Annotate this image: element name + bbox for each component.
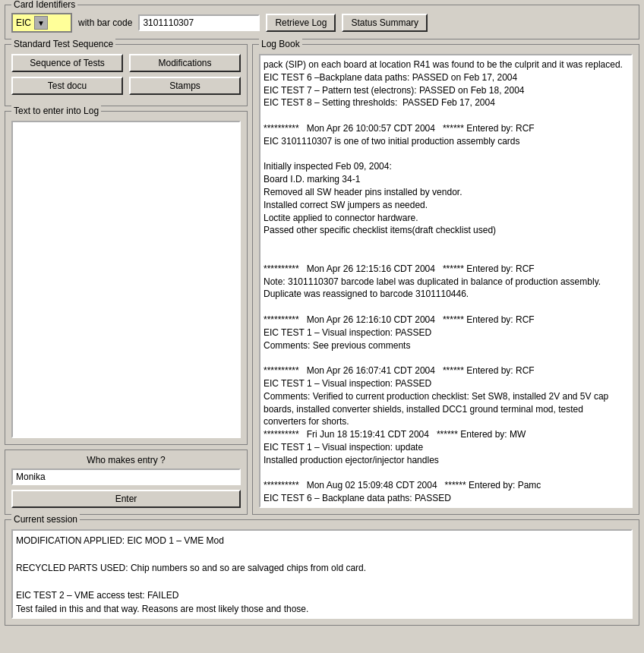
- eic-dropdown[interactable]: EIC ▼: [11, 13, 72, 33]
- enter-button[interactable]: Enter: [11, 490, 241, 508]
- who-entry-section: Who makes entry ? Enter: [5, 450, 248, 515]
- logbook-section: Log Book pack (SIP) on each board at loc…: [252, 44, 639, 515]
- current-session-section: Current session MODIFICATION APPLIED: EI…: [5, 519, 639, 626]
- logbook-title: Log Book: [259, 39, 302, 49]
- log-text-input[interactable]: [11, 121, 241, 438]
- who-entry-input[interactable]: [11, 468, 241, 485]
- standard-test-title: Standard Test Sequence: [11, 39, 115, 49]
- card-identifiers-section: Card Identifiers EIC ▼ with bar code Ret…: [5, 5, 639, 39]
- modifications-button[interactable]: Modifications: [129, 54, 241, 72]
- status-summary-button[interactable]: Status Summary: [342, 14, 428, 32]
- stamps-button[interactable]: Stamps: [129, 77, 241, 95]
- logbook-content[interactable]: pack (SIP) on each board at location R41…: [259, 54, 633, 508]
- with-barcode-label: with bar code: [78, 17, 132, 28]
- barcode-input[interactable]: [138, 14, 260, 31]
- dropdown-value: EIC: [16, 17, 31, 28]
- who-entry-label: Who makes entry ?: [11, 455, 241, 465]
- session-content[interactable]: MODIFICATION APPLIED: EIC MOD 1 – VME Mo…: [11, 529, 633, 619]
- dropdown-arrow-icon[interactable]: ▼: [34, 16, 48, 30]
- sequence-of-tests-button[interactable]: Sequence of Tests: [11, 54, 123, 72]
- retrieve-log-button[interactable]: Retrieve Log: [266, 14, 336, 32]
- current-session-title: Current session: [11, 514, 80, 525]
- card-identifiers-title: Card Identifiers: [11, 0, 77, 10]
- test-docu-button[interactable]: Test docu: [11, 77, 123, 95]
- standard-test-section: Standard Test Sequence Sequence of Tests…: [5, 44, 248, 106]
- text-log-title: Text to enter into Log: [11, 106, 101, 116]
- text-log-section: Text to enter into Log: [5, 111, 248, 445]
